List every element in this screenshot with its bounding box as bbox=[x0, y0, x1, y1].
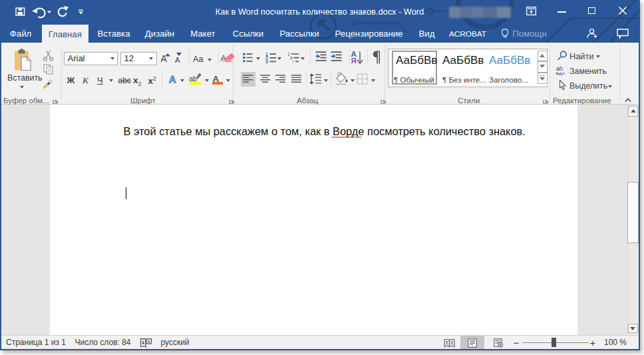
svg-text:ac: ac bbox=[559, 70, 565, 76]
svg-text:3: 3 bbox=[265, 59, 268, 63]
svg-text:i: i bbox=[293, 59, 293, 63]
svg-text:x: x bbox=[147, 338, 150, 344]
